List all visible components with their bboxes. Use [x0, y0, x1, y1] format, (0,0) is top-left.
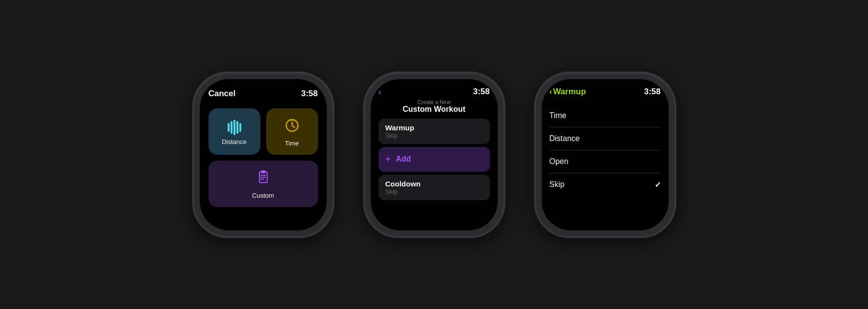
menu-distance-label: Distance — [550, 134, 580, 143]
watch-3-side-button — [675, 154, 676, 168]
menu-time-label: Time — [550, 111, 567, 120]
watch-1-crown — [333, 120, 334, 144]
checkmark-icon: ✓ — [655, 180, 661, 189]
watch-2-screen: ‹ 3:58 Create a New Custom Workout Warmu… — [371, 79, 498, 230]
bar5 — [239, 123, 241, 132]
watch-2-side-button — [504, 154, 505, 168]
warmup-title: Warmup — [385, 124, 483, 132]
watch-3-crown — [675, 120, 676, 144]
cooldown-sub: Skip — [385, 188, 483, 195]
watch-1-side-button — [333, 154, 334, 168]
bar3 — [233, 120, 235, 135]
watch-1: Cancel 3:58 — [192, 72, 334, 238]
watch-2-title-area: Create a New Custom Workout — [379, 99, 490, 114]
menu-skip-label: Skip — [550, 180, 565, 189]
custom-label: Custom — [252, 192, 274, 199]
workout-grid: Distance — [209, 108, 318, 207]
bottom-workout-row: Custom — [209, 161, 318, 207]
watch-2-time: 3:58 — [473, 87, 489, 97]
watch-2-header: ‹ 3:58 — [379, 87, 490, 97]
watch-3-header: ‹ Warmup 3:58 — [550, 87, 661, 97]
svg-line-2 — [292, 125, 295, 127]
back-nav-3[interactable]: ‹ Warmup — [550, 87, 586, 97]
distance-icon — [228, 120, 241, 135]
workout-list: Warmup Skip + Add Cooldown Skip — [379, 119, 490, 200]
watch-2-subtitle: Create a New — [379, 99, 490, 105]
watch-2-body: ‹ 3:58 Create a New Custom Workout Warmu… — [363, 72, 505, 238]
custom-icon — [255, 170, 271, 189]
bar4 — [236, 121, 238, 134]
menu-item-open[interactable]: Open — [550, 150, 661, 173]
watch-1-screen: Cancel 3:58 — [200, 79, 327, 230]
warmup-item[interactable]: Warmup Skip — [379, 119, 490, 144]
add-plus-icon: + — [385, 154, 391, 165]
menu-item-skip[interactable]: Skip ✓ — [550, 173, 661, 196]
svg-line-4 — [293, 120, 294, 121]
bar2 — [231, 121, 233, 134]
menu-item-time[interactable]: Time — [550, 104, 661, 127]
menu-open-label: Open — [550, 157, 569, 166]
cooldown-title: Cooldown — [385, 180, 483, 188]
add-label: Add — [396, 155, 411, 164]
warmup-sub: Skip — [385, 132, 483, 139]
cooldown-item[interactable]: Cooldown Skip — [379, 175, 490, 200]
menu-list: Time Distance Open Skip ✓ — [550, 104, 661, 196]
menu-item-distance[interactable]: Distance — [550, 127, 661, 150]
watch-1-time: 3:58 — [301, 89, 318, 99]
distance-button[interactable]: Distance — [209, 108, 260, 155]
cancel-button[interactable]: Cancel — [209, 89, 236, 99]
watches-container: Cancel 3:58 — [183, 62, 686, 247]
back-chevron-icon: ‹ — [550, 87, 552, 97]
watch-3-time: 3:58 — [644, 87, 660, 97]
watch-2-crown — [504, 120, 505, 144]
watch-3-body: ‹ Warmup 3:58 Time Distance Open — [534, 72, 676, 238]
time-icon — [284, 118, 300, 137]
add-button[interactable]: + Add — [379, 147, 490, 172]
time-button[interactable]: Time — [266, 108, 318, 155]
top-workout-row: Distance — [209, 108, 318, 155]
watch-1-header: Cancel 3:58 — [209, 89, 318, 99]
watch-2-main-title: Custom Workout — [379, 105, 490, 114]
distance-label: Distance — [222, 138, 247, 145]
back-button-2[interactable]: ‹ — [379, 87, 381, 97]
svg-line-3 — [290, 120, 291, 121]
time-label: Time — [285, 140, 298, 147]
custom-button[interactable]: Custom — [209, 161, 318, 207]
watch-2: ‹ 3:58 Create a New Custom Workout Warmu… — [363, 72, 505, 238]
watch-3-screen: ‹ Warmup 3:58 Time Distance Open — [542, 79, 669, 230]
watch-1-body: Cancel 3:58 — [192, 72, 334, 238]
bar1 — [228, 123, 230, 132]
watch-3: ‹ Warmup 3:58 Time Distance Open — [534, 72, 676, 238]
back-nav-label: Warmup — [553, 87, 586, 97]
